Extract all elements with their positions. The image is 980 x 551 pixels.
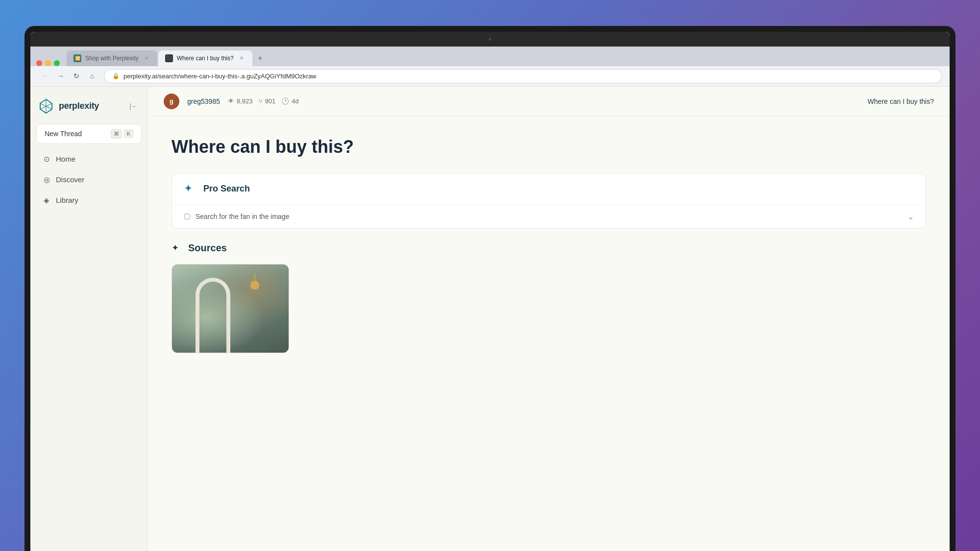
laptop-shell: 🔀 Shop with Perplexity ✕ ⬛ Where can I b… [24,26,956,551]
traffic-light-maximize[interactable] [54,60,60,66]
tab-bar-left [36,60,66,66]
nav-buttons: ← → ↻ ⌂ [38,69,99,83]
traffic-light-minimize[interactable] [45,60,51,66]
url-text: perplexity.ai/search/where-can-i-buy-thi… [123,72,317,80]
browser-tab-2[interactable]: ⬛ Where can I buy this? ✕ [158,50,252,66]
logo-area: perplexity |← [36,95,142,118]
camera-dot [489,38,491,41]
library-icon: ◈ [42,196,51,205]
pro-search-label: Pro Search [203,184,250,194]
sources-label: Sources [188,242,227,254]
pendant-lamp [250,273,260,288]
sidebar: perplexity |← New Thread ⌘ K [30,87,148,551]
url-bar[interactable]: 🔒 perplexity.ai/search/where-can-i-buy-t… [104,69,942,83]
pro-search-icon: ✦ [184,182,197,196]
traffic-lights [36,60,60,66]
avatar: g [164,94,179,109]
browser-chrome: 🔀 Shop with Perplexity ✕ ⬛ Where can I b… [30,47,950,551]
tab-2-favicon: ⬛ [165,54,173,62]
time-ago: 4d [292,97,298,105]
sidebar-item-home[interactable]: ⊙ Home [36,150,142,168]
username: greg53985 [187,97,220,105]
shortcut-k-key: K [124,129,133,138]
tab-1-title: Shop with Perplexity [85,55,139,62]
sidebar-item-discover[interactable]: ◎ Discover [36,170,142,189]
time-stat: 🕐 4d [281,97,298,105]
arch-shape [196,278,230,353]
shortcut-cmd-key: ⌘ [111,129,122,139]
forward-button[interactable]: → [54,69,68,83]
tab-1-close-button[interactable]: ✕ [143,54,150,62]
sources-grid [172,264,926,353]
back-button[interactable]: ← [38,69,52,83]
browser-tab-1[interactable]: 🔀 Shop with Perplexity ✕ [67,50,157,66]
source-image-1 [172,264,289,353]
sidebar-item-library-label: Library [56,196,78,204]
laptop-screen: 🔀 Shop with Perplexity ✕ ⬛ Where can I b… [30,32,950,551]
browser-content: perplexity |← New Thread ⌘ K [30,87,950,551]
lock-icon: 🔒 [112,72,120,79]
home-icon: ⊙ [42,155,51,164]
views-icon: 👁 [228,97,234,105]
sidebar-item-home-label: Home [56,155,75,163]
logo-text: perplexity [59,101,99,111]
perplexity-logo-icon [38,98,54,114]
pro-search-header: ✦ Pro Search [172,173,926,205]
traffic-light-close[interactable] [36,60,42,66]
tab-2-title: Where can I buy this? [177,55,234,62]
search-step-left: Search for the fan in the image [184,213,289,220]
home-button[interactable]: ⌂ [85,69,99,83]
avatar-letter: g [170,97,173,105]
search-step-1[interactable]: Search for the fan in the image ⌄ [172,205,926,228]
main-content: g greg53985 👁 8,923 ⑂ 901 [148,87,950,551]
sources-section: ✦ Sources [172,242,926,353]
thread-body[interactable]: Where can I buy this? ✦ Pro Search Searc… [148,117,950,551]
source-image-content [172,264,289,353]
new-tab-button[interactable]: + [253,51,267,65]
sources-header: ✦ Sources [172,242,926,254]
new-thread-label: New Thread [45,130,82,138]
address-bar: ← → ↻ ⌂ 🔒 perplexity.ai/search/where-can… [30,66,950,87]
tab-2-close-button[interactable]: ✕ [238,54,245,62]
meta-stats: 👁 8,923 ⑂ 901 🕐 4d [228,97,299,105]
user-meta: g greg53985 👁 8,923 ⑂ 901 [164,94,299,109]
source-card-1[interactable] [172,264,289,353]
sidebar-item-library[interactable]: ◈ Library [36,191,142,210]
sidebar-collapse-button[interactable]: |← [128,100,140,112]
question-title: Where can I buy this? [172,136,926,157]
tab-bar: 🔀 Shop with Perplexity ✕ ⬛ Where can I b… [30,47,950,66]
content-header: g greg53985 👁 8,923 ⑂ 901 [148,87,950,117]
tab-1-favicon: 🔀 [74,54,81,62]
discover-icon: ◎ [42,175,51,184]
forks-count: 901 [265,97,276,105]
fork-icon: ⑂ [259,97,263,105]
new-thread-shortcut: ⌘ K [111,129,133,139]
screen-top-bar [30,32,950,47]
step-dot [184,213,191,220]
views-stat: 👁 8,923 [228,97,253,105]
reload-button[interactable]: ↻ [70,69,83,83]
pendant-bulb [250,281,259,289]
chevron-down-icon[interactable]: ⌄ [907,212,914,221]
forks-stat: ⑂ 901 [259,97,276,105]
sources-icon: ✦ [172,242,183,254]
clock-icon: 🕐 [281,97,289,105]
pendant-stem [254,273,255,281]
sidebar-item-discover-label: Discover [56,175,84,184]
step-text: Search for the fan in the image [196,213,289,220]
new-thread-button[interactable]: New Thread ⌘ K [36,124,142,144]
header-thread-title: Where can I buy this? [868,97,934,105]
views-count: 8,923 [237,97,253,105]
pro-search-card: ✦ Pro Search Search for the fan in the i… [172,173,926,229]
logo-container: perplexity [38,98,99,114]
